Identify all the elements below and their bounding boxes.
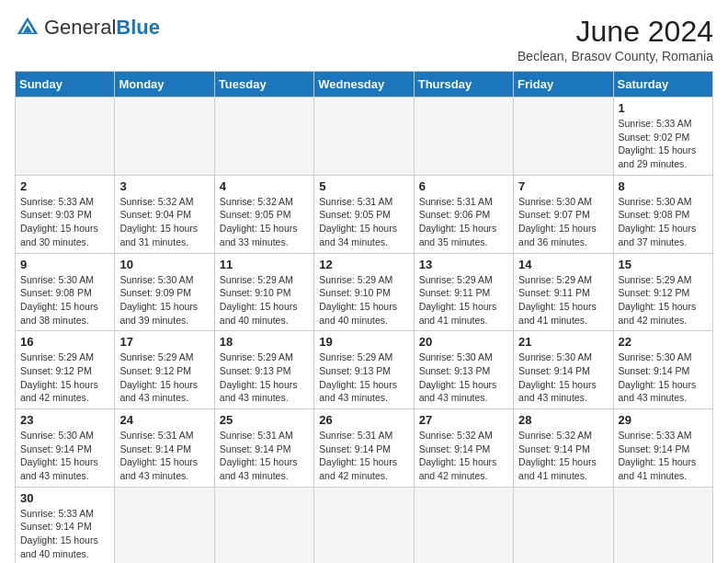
day-info: Sunrise: 5:30 AM Sunset: 9:13 PM Dayligh… [419, 350, 508, 405]
calendar-cell: 5Sunrise: 5:31 AM Sunset: 9:05 PM Daylig… [314, 175, 414, 253]
day-number: 28 [518, 413, 608, 427]
calendar-cell [214, 487, 313, 563]
calendar-cell: 6Sunrise: 5:31 AM Sunset: 9:06 PM Daylig… [414, 175, 513, 253]
day-number: 2 [20, 179, 109, 193]
weekday-header-wednesday: Wednesday [314, 72, 414, 98]
calendar-cell: 13Sunrise: 5:29 AM Sunset: 9:11 PM Dayli… [414, 253, 513, 331]
day-info: Sunrise: 5:29 AM Sunset: 9:11 PM Dayligh… [518, 273, 608, 327]
day-info: Sunrise: 5:29 AM Sunset: 9:11 PM Dayligh… [419, 273, 508, 327]
day-number: 27 [419, 413, 508, 427]
calendar-cell: 20Sunrise: 5:30 AM Sunset: 9:13 PM Dayli… [414, 331, 513, 409]
calendar-cell: 10Sunrise: 5:30 AM Sunset: 9:09 PM Dayli… [115, 253, 214, 331]
calendar-cell: 14Sunrise: 5:29 AM Sunset: 9:11 PM Dayli… [514, 253, 613, 331]
calendar-cell [613, 487, 712, 563]
day-info: Sunrise: 5:30 AM Sunset: 9:07 PM Dayligh… [518, 195, 608, 249]
day-number: 4 [220, 179, 309, 193]
day-number: 26 [319, 413, 408, 427]
day-number: 5 [319, 179, 408, 193]
calendar-week-row: 9Sunrise: 5:30 AM Sunset: 9:08 PM Daylig… [16, 253, 713, 331]
logo-general: General [44, 16, 116, 39]
day-number: 17 [119, 335, 209, 349]
day-info: Sunrise: 5:31 AM Sunset: 9:06 PM Dayligh… [419, 195, 508, 249]
calendar-cell: 11Sunrise: 5:29 AM Sunset: 9:10 PM Dayli… [214, 253, 313, 331]
calendar-cell [314, 487, 414, 563]
calendar-body: 1Sunrise: 5:33 AM Sunset: 9:02 PM Daylig… [16, 98, 713, 564]
calendar-cell [314, 98, 414, 176]
day-number: 21 [518, 335, 608, 349]
calendar-week-row: 2Sunrise: 5:33 AM Sunset: 9:03 PM Daylig… [16, 175, 713, 253]
weekday-header-friday: Friday [514, 72, 613, 98]
day-info: Sunrise: 5:29 AM Sunset: 9:12 PM Dayligh… [119, 350, 209, 405]
day-number: 18 [220, 335, 309, 349]
calendar-cell: 24Sunrise: 5:31 AM Sunset: 9:14 PM Dayli… [115, 409, 214, 488]
calendar-cell [514, 98, 613, 176]
calendar-cell: 16Sunrise: 5:29 AM Sunset: 9:12 PM Dayli… [16, 331, 115, 409]
calendar-cell: 21Sunrise: 5:30 AM Sunset: 9:14 PM Dayli… [514, 331, 613, 409]
day-number: 13 [419, 258, 508, 271]
calendar-week-row: 23Sunrise: 5:30 AM Sunset: 9:14 PM Dayli… [16, 409, 713, 488]
day-info: Sunrise: 5:32 AM Sunset: 9:05 PM Dayligh… [220, 195, 309, 249]
calendar-cell: 23Sunrise: 5:30 AM Sunset: 9:14 PM Dayli… [16, 409, 115, 488]
day-number: 22 [619, 335, 708, 349]
calendar-cell: 7Sunrise: 5:30 AM Sunset: 9:07 PM Daylig… [514, 175, 613, 253]
calendar-cell [414, 98, 513, 176]
day-number: 25 [220, 413, 309, 427]
day-info: Sunrise: 5:30 AM Sunset: 9:08 PM Dayligh… [20, 273, 109, 327]
calendar-week-row: 30Sunrise: 5:33 AM Sunset: 9:14 PM Dayli… [16, 487, 713, 563]
calendar-cell: 2Sunrise: 5:33 AM Sunset: 9:03 PM Daylig… [16, 175, 115, 253]
calendar-cell: 15Sunrise: 5:29 AM Sunset: 9:12 PM Dayli… [613, 253, 712, 331]
calendar-cell [115, 98, 214, 176]
day-info: Sunrise: 5:29 AM Sunset: 9:13 PM Dayligh… [319, 350, 408, 405]
weekday-header-monday: Monday [115, 72, 214, 98]
calendar-cell: 28Sunrise: 5:32 AM Sunset: 9:14 PM Dayli… [514, 409, 613, 488]
day-info: Sunrise: 5:30 AM Sunset: 9:09 PM Dayligh… [119, 273, 209, 327]
day-number: 10 [119, 258, 209, 271]
calendar-cell: 3Sunrise: 5:32 AM Sunset: 9:04 PM Daylig… [115, 175, 214, 253]
day-number: 11 [220, 258, 309, 271]
logo: GeneralBlue [15, 15, 160, 40]
calendar-cell: 29Sunrise: 5:33 AM Sunset: 9:14 PM Dayli… [613, 409, 712, 488]
day-info: Sunrise: 5:31 AM Sunset: 9:14 PM Dayligh… [220, 429, 309, 483]
logo-icon [15, 15, 40, 40]
day-number: 12 [319, 258, 408, 271]
day-info: Sunrise: 5:31 AM Sunset: 9:05 PM Dayligh… [319, 195, 408, 249]
calendar-cell: 26Sunrise: 5:31 AM Sunset: 9:14 PM Dayli… [314, 409, 414, 488]
calendar-cell: 18Sunrise: 5:29 AM Sunset: 9:13 PM Dayli… [214, 331, 313, 409]
day-number: 23 [20, 413, 109, 427]
weekday-header-saturday: Saturday [613, 72, 712, 98]
calendar: SundayMondayTuesdayWednesdayThursdayFrid… [15, 71, 713, 563]
day-info: Sunrise: 5:29 AM Sunset: 9:12 PM Dayligh… [20, 350, 109, 405]
day-number: 16 [20, 335, 109, 349]
calendar-cell: 9Sunrise: 5:30 AM Sunset: 9:08 PM Daylig… [16, 253, 115, 331]
header: GeneralBlue June 2024 Beclean, Brasov Co… [15, 15, 713, 63]
day-info: Sunrise: 5:29 AM Sunset: 9:10 PM Dayligh… [319, 273, 408, 327]
month-title: June 2024 [518, 15, 713, 49]
calendar-cell: 22Sunrise: 5:30 AM Sunset: 9:14 PM Dayli… [613, 331, 712, 409]
calendar-cell: 25Sunrise: 5:31 AM Sunset: 9:14 PM Dayli… [214, 409, 313, 488]
day-info: Sunrise: 5:32 AM Sunset: 9:14 PM Dayligh… [518, 429, 608, 483]
calendar-cell: 27Sunrise: 5:32 AM Sunset: 9:14 PM Dayli… [414, 409, 513, 488]
day-number: 29 [619, 413, 708, 427]
day-number: 30 [20, 491, 109, 505]
title-section: June 2024 Beclean, Brasov County, Romani… [518, 15, 713, 63]
calendar-cell [214, 98, 313, 176]
logo-blue: Blue [116, 16, 160, 39]
calendar-cell: 19Sunrise: 5:29 AM Sunset: 9:13 PM Dayli… [314, 331, 414, 409]
day-info: Sunrise: 5:30 AM Sunset: 9:14 PM Dayligh… [619, 350, 708, 405]
weekday-row: SundayMondayTuesdayWednesdayThursdayFrid… [16, 72, 713, 98]
day-info: Sunrise: 5:30 AM Sunset: 9:14 PM Dayligh… [20, 429, 109, 483]
day-info: Sunrise: 5:30 AM Sunset: 9:14 PM Dayligh… [518, 350, 608, 405]
calendar-cell [16, 98, 115, 176]
day-info: Sunrise: 5:29 AM Sunset: 9:12 PM Dayligh… [619, 273, 708, 327]
calendar-week-row: 1Sunrise: 5:33 AM Sunset: 9:02 PM Daylig… [16, 98, 713, 176]
calendar-cell: 1Sunrise: 5:33 AM Sunset: 9:02 PM Daylig… [613, 98, 712, 176]
subtitle: Beclean, Brasov County, Romania [518, 49, 713, 63]
day-number: 3 [119, 179, 209, 193]
calendar-cell: 30Sunrise: 5:33 AM Sunset: 9:14 PM Dayli… [16, 487, 115, 563]
day-info: Sunrise: 5:33 AM Sunset: 9:14 PM Dayligh… [20, 507, 109, 561]
day-number: 1 [619, 101, 708, 115]
calendar-cell: 12Sunrise: 5:29 AM Sunset: 9:10 PM Dayli… [314, 253, 414, 331]
calendar-cell: 17Sunrise: 5:29 AM Sunset: 9:12 PM Dayli… [115, 331, 214, 409]
logo-text: GeneralBlue [44, 17, 160, 38]
day-info: Sunrise: 5:30 AM Sunset: 9:08 PM Dayligh… [619, 195, 708, 249]
